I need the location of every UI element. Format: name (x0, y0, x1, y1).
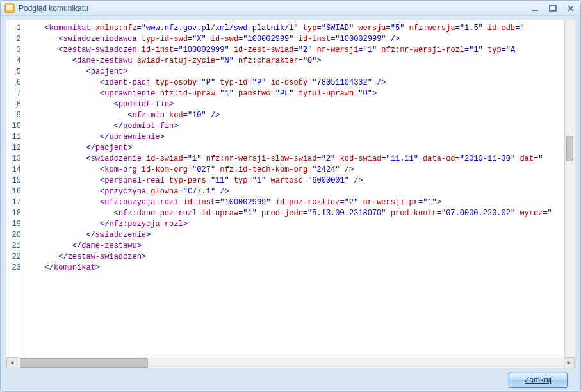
code-body: 1234567891011121314151617181920212223 <k… (6, 20, 575, 357)
line-number: 21 (6, 241, 21, 252)
line-number: 11 (6, 132, 21, 143)
line-number: 15 (6, 176, 21, 186)
line-number: 2 (6, 34, 21, 45)
code-line: <ident-pacj typ-osoby="P" typ-id="P" id-… (31, 78, 575, 88)
code-line: <swiadczeniodawca typ-id-swd="X" id-swd=… (31, 34, 575, 45)
code-lines: <komunikat xmlns:nfz="www.nfz.gov.pl/xml… (24, 20, 575, 276)
line-number: 14 (6, 165, 21, 176)
horizontal-scroll-track[interactable] (17, 357, 564, 368)
code-line: <przyczyna glowna="C77.1" /> (31, 186, 575, 197)
line-number: 9 (6, 110, 21, 121)
line-number: 10 (6, 121, 21, 132)
line-number: 19 (6, 219, 21, 230)
scroll-right-arrow-icon[interactable]: ► (564, 357, 575, 368)
horizontal-scrollbar[interactable]: ◄ ► (6, 357, 575, 368)
horizontal-scroll-thumb[interactable] (20, 358, 148, 368)
code-line: </komunikat> (31, 263, 575, 274)
maximize-button[interactable] (547, 3, 559, 13)
line-number: 5 (6, 67, 21, 78)
code-line: <podmiot-fin> (31, 99, 575, 110)
line-number: 17 (6, 197, 21, 208)
app-icon (4, 3, 15, 13)
line-number: 12 (6, 143, 21, 154)
svg-rect-2 (6, 8, 13, 10)
code-line: <personel-real typ-pers="11" typ="1" war… (31, 176, 575, 186)
svg-rect-3 (532, 10, 538, 11)
window-frame: Podgląd komunikatu 123456789101112131415… (0, 0, 581, 392)
code-line: </nfz:pozycja-rozl> (31, 219, 575, 230)
line-number: 8 (6, 99, 21, 110)
line-number: 4 (6, 56, 21, 67)
code-line: <uprawnienie nfz:id-upraw="1" panstwo="P… (31, 88, 575, 99)
line-number: 16 (6, 186, 21, 197)
svg-rect-1 (6, 5, 13, 8)
code-line: <nfz:dane-poz-rozl id-upraw="1" prod-jed… (31, 208, 575, 219)
vertical-scrollbar[interactable] (564, 20, 575, 357)
window-title: Podgląd komunikatu (19, 4, 529, 13)
line-number: 22 (6, 252, 21, 263)
close-window-button[interactable] (565, 3, 577, 13)
line-number: 13 (6, 154, 21, 165)
scroll-left-arrow-icon[interactable]: ◄ (6, 357, 17, 368)
code-line: <komunikat xmlns:nfz="www.nfz.gov.pl/xml… (31, 23, 575, 34)
code-line: <swiadczenie id-swiad="1" nfz:nr-wersji-… (31, 154, 575, 165)
code-line: <dane-zestawu swiad-ratuj-zycie="N" nfz:… (31, 56, 575, 67)
code-viewer: 1234567891011121314151617181920212223 <k… (6, 20, 575, 368)
code-line: <zestaw-swiadczen id-inst="100002999" id… (31, 45, 575, 56)
button-bar: Zamknij (6, 368, 575, 391)
code-scroll-area[interactable]: <komunikat xmlns:nfz="www.nfz.gov.pl/xml… (24, 20, 575, 357)
line-number: 6 (6, 78, 21, 88)
close-button[interactable]: Zamknij (509, 373, 568, 388)
line-number: 7 (6, 88, 21, 99)
line-number: 18 (6, 208, 21, 219)
vertical-scroll-thumb[interactable] (566, 136, 573, 161)
titlebar[interactable]: Podgląd komunikatu (1, 1, 580, 16)
code-line: </swiadczenie> (31, 230, 575, 241)
line-number-gutter: 1234567891011121314151617181920212223 (6, 20, 24, 357)
line-number: 20 (6, 230, 21, 241)
code-line: <kom-org id-kom-org="027" nfz:id-tech-ko… (31, 165, 575, 176)
code-line: </uprawnienie> (31, 132, 575, 143)
code-line: <pacjent> (31, 67, 575, 78)
minimize-button[interactable] (529, 3, 541, 13)
code-line: </dane-zestawu> (31, 241, 575, 252)
code-line: </podmiot-fin> (31, 121, 575, 132)
code-line: <nfz:pozycja-rozl id-inst="100002999" id… (31, 197, 575, 208)
line-number: 23 (6, 263, 21, 274)
code-line: </pacjent> (31, 143, 575, 154)
code-line: <nfz-min kod="10" /> (31, 110, 575, 121)
code-line: </zestaw-swiadczen> (31, 252, 575, 263)
content-area: 1234567891011121314151617181920212223 <k… (1, 16, 580, 391)
line-number: 3 (6, 45, 21, 56)
window-controls (529, 3, 577, 13)
line-number: 1 (6, 23, 21, 34)
svg-rect-4 (550, 6, 556, 11)
